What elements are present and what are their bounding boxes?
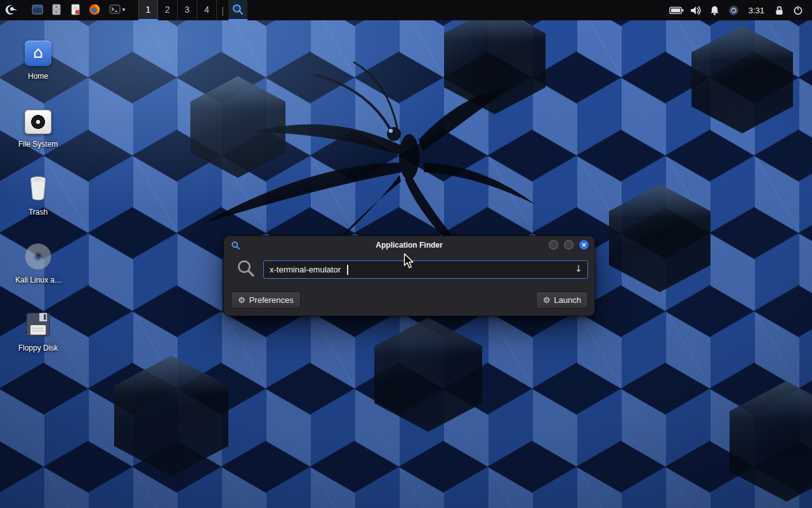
launch-button[interactable]: ⚙ Launch — [536, 291, 588, 309]
desktop-icon-home[interactable]: ⌂ Home — [3, 33, 74, 101]
preferences-label: Preferences — [249, 295, 294, 305]
top-panel: ▾ 1 2 3 4 | — [0, 0, 812, 20]
workspace-4[interactable]: 4 — [197, 0, 217, 20]
taskbar-window-button[interactable] — [28, 0, 47, 20]
window-icon — [31, 3, 44, 16]
desktop-screen: ▾ 1 2 3 4 | — [0, 0, 812, 508]
home-folder-icon: ⌂ — [25, 41, 51, 66]
power-icon[interactable] — [789, 0, 807, 20]
workspace-3[interactable]: 3 — [178, 0, 197, 20]
update-status-icon[interactable] — [725, 0, 743, 20]
desktop-icon-trash[interactable]: Trash — [3, 169, 74, 237]
desktop-icon-file-system[interactable]: File System — [3, 101, 74, 169]
appfinder-taskbar-button[interactable] — [228, 0, 247, 20]
volume-icon[interactable] — [687, 0, 705, 20]
desktop-icon-label: Trash — [29, 208, 48, 217]
gear-icon: ⚙ — [238, 296, 246, 304]
kali-menu-button[interactable] — [0, 0, 22, 20]
kali-logo-icon — [4, 3, 18, 17]
window-title: Application Finder — [224, 241, 594, 250]
trash-bin-icon — [27, 174, 49, 202]
floppy-disk-icon — [25, 311, 51, 338]
document-icon — [69, 3, 82, 16]
application-finder-window: Application Finder × x-terminal-emulator… — [223, 236, 595, 316]
dialog-footer: ⚙ Preferences ⚙ Launch — [231, 291, 588, 309]
file-cabinet-icon — [50, 3, 63, 16]
search-input-value: x-terminal-emulator — [270, 265, 341, 274]
search-icon — [236, 258, 256, 281]
lock-icon[interactable] — [770, 0, 788, 20]
mouse-cursor — [403, 253, 416, 270]
firefox-icon — [88, 3, 101, 16]
window-buttons: × — [549, 240, 589, 250]
workspace-1[interactable]: 1 — [138, 0, 158, 20]
desktop-icon-label: File System — [18, 140, 58, 149]
desktop-icon-label: Home — [28, 72, 48, 81]
desktop-icon-list: ⌂ Home File System Trash — [3, 33, 74, 373]
text-caret — [347, 265, 348, 275]
battery-icon[interactable] — [668, 0, 686, 20]
search-app-icon — [232, 3, 244, 16]
desktop-icon-kali-cd[interactable]: Kali Linux a... — [3, 237, 74, 305]
search-input[interactable]: x-terminal-emulator ↓ — [263, 260, 588, 279]
clock[interactable]: 3:31 — [744, 0, 769, 20]
workspace-switcher: 1 2 3 4 — [138, 0, 217, 20]
workspace-2[interactable]: 2 — [158, 0, 178, 20]
desktop-icon-label: Floppy Disk — [18, 344, 58, 352]
file-manager-button[interactable] — [47, 0, 66, 20]
terminal-dropdown-button[interactable]: ▾ — [104, 0, 129, 20]
hard-drive-icon — [25, 110, 51, 134]
terminal-icon — [108, 3, 121, 16]
notification-bell-icon[interactable] — [706, 0, 724, 20]
desktop-icon-floppy[interactable]: Floppy Disk — [3, 305, 74, 373]
preferences-button[interactable]: ⚙ Preferences — [231, 291, 301, 309]
firefox-button[interactable] — [85, 0, 104, 20]
text-editor-button[interactable] — [66, 0, 85, 20]
cd-disc-icon — [25, 243, 51, 270]
panel-tray: 3:31 — [668, 0, 812, 20]
house-icon: ⌂ — [33, 44, 43, 60]
minimize-button[interactable] — [549, 240, 558, 250]
close-button[interactable]: × — [579, 240, 589, 250]
chevron-down-icon: ▾ — [122, 6, 126, 13]
launch-label: Launch — [554, 295, 581, 305]
launch-gear-icon: ⚙ — [543, 296, 551, 304]
maximize-button[interactable] — [564, 240, 573, 250]
panel-separator: | — [221, 0, 224, 20]
dropdown-arrow-icon[interactable]: ↓ — [575, 264, 582, 273]
panel-left: ▾ 1 2 3 4 | — [0, 0, 247, 20]
titlebar[interactable]: Application Finder × — [224, 236, 594, 254]
desktop-icon-label: Kali Linux a... — [15, 276, 61, 284]
